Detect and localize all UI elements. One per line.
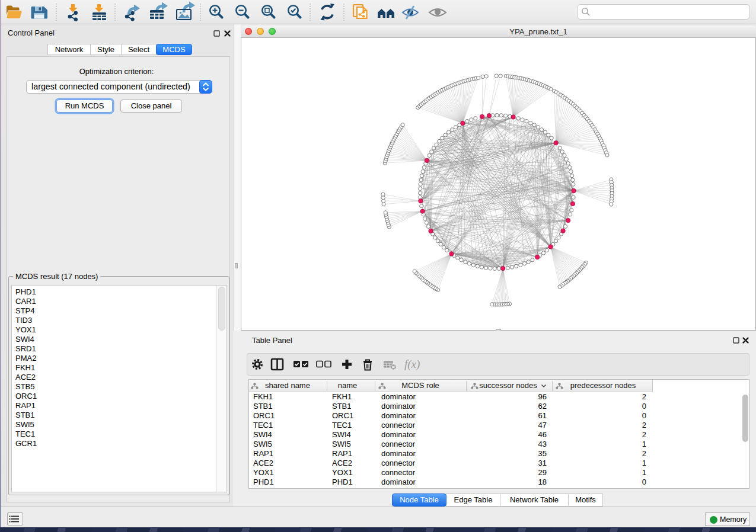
svg-text:f(x): f(x) [404,358,420,371]
